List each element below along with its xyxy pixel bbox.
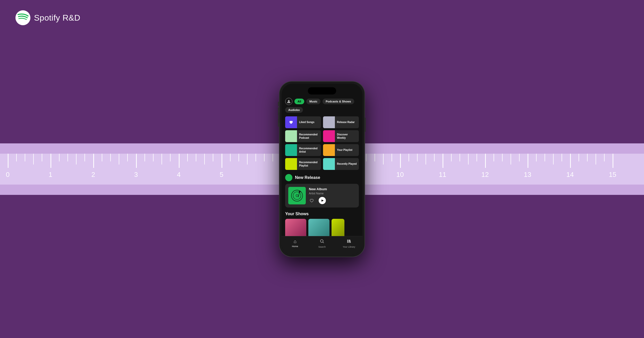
vinyl-icon [291,189,303,202]
album-actions: ▶ [309,197,356,204]
svg-rect-24 [153,154,154,161]
user-avatar[interactable] [285,98,292,105]
library-grid: Liked Songs Release Radar Recommended Po… [285,116,359,170]
svg-text:5: 5 [220,171,223,178]
svg-rect-79 [579,154,579,161]
svg-rect-18 [110,154,111,161]
library-icon [347,239,351,245]
nav-search[interactable]: Search [309,239,336,248]
filter-audiobooks[interactable]: Audiobo [285,107,303,113]
nav-library[interactable]: Your Library [335,239,362,248]
svg-rect-8 [42,154,42,161]
rec-podcast-label: Recommended Podcast [297,132,321,141]
svg-rect-75 [553,154,554,164]
like-button[interactable] [309,198,315,203]
home-icon: ⌂ [294,239,296,244]
svg-rect-20 [127,154,128,161]
nav-search-label: Search [318,246,326,248]
volume-up-button [278,107,279,115]
nav-home-label: Home [292,245,298,248]
grid-item-your-playlist[interactable]: Your Playlist [323,144,359,156]
play-button[interactable]: ▶ [319,197,326,204]
svg-rect-76 [562,154,562,161]
dynamic-island [308,87,336,94]
svg-rect-31 [204,154,205,164]
new-release-header: New Release [285,174,359,181]
svg-line-92 [323,242,324,243]
svg-point-88 [296,194,298,196]
grid-item-release-radar[interactable]: Release Radar [323,116,359,128]
svg-rect-25 [162,154,162,164]
svg-rect-69 [511,154,511,164]
svg-rect-58 [434,154,435,161]
liked-songs-label: Liked Songs [297,119,316,125]
nav-library-label: Your Library [343,246,355,248]
svg-rect-14 [84,154,85,161]
svg-rect-63 [468,154,469,164]
svg-rect-70 [519,154,520,161]
svg-rect-59 [443,154,443,168]
phone-screen: All Music Podcasts & Shows Audiobo Liked… [282,84,362,255]
svg-rect-68 [502,154,503,161]
svg-point-90 [299,191,300,192]
new-release-card[interactable]: New Album Artist Name ▶ [285,184,359,207]
screen-content: All Music Podcasts & Shows Audiobo Liked… [282,98,362,255]
grid-item-rec-playlist[interactable]: Recommended Playlist [285,158,321,170]
spotify-logo: Spotify R&D [15,10,80,25]
grid-item-discover-weekly[interactable]: Discover Weekly [323,130,359,142]
svg-rect-38 [273,154,273,161]
filter-music[interactable]: Music [306,99,320,104]
svg-rect-57 [426,154,426,164]
filter-podcasts[interactable]: Podcasts & Shows [323,99,354,104]
svg-rect-81 [596,154,596,164]
svg-text:12: 12 [481,171,489,178]
svg-rect-19 [119,154,119,164]
svg-rect-27 [222,154,222,168]
svg-text:14: 14 [566,171,574,178]
svg-rect-50 [375,154,375,161]
svg-rect-61 [451,154,452,161]
rec-artist-color [285,144,297,156]
rec-playlist-color [285,158,297,170]
svg-rect-11 [59,154,60,161]
svg-rect-53 [400,154,401,168]
header-row: All Music Podcasts & Shows Audiobo [285,98,359,113]
svg-rect-77 [570,154,571,168]
album-artist: Artist Name [309,192,356,195]
album-info: New Album Artist Name ▶ [309,187,356,204]
new-release-icon [285,174,292,181]
grid-item-liked-songs[interactable]: Liked Songs [285,116,321,128]
svg-rect-52 [392,154,392,161]
your-playlist-color [323,144,335,156]
svg-rect-83 [613,154,613,168]
svg-rect-73 [536,154,537,161]
svg-rect-51 [383,154,384,164]
phone-frame: All Music Podcasts & Shows Audiobo Liked… [279,82,365,257]
rec-artist-label: Recommended Artist [297,146,321,154]
release-radar-label: Release Radar [335,119,357,125]
brand-name: Spotify R&D [34,13,80,23]
grid-item-recently-played[interactable]: Recently Played [323,158,359,170]
svg-rect-55 [409,154,409,161]
svg-rect-65 [485,154,486,168]
liked-songs-color [285,116,297,128]
svg-point-91 [320,239,323,242]
svg-rect-17 [102,154,102,161]
grid-item-rec-artist[interactable]: Recommended Artist [285,144,321,156]
nav-home[interactable]: ⌂ Home [282,239,309,248]
release-radar-color [323,116,335,128]
svg-text:10: 10 [396,171,404,178]
svg-point-85 [288,100,290,101]
recently-played-color [323,158,335,170]
recently-played-label: Recently Played [335,161,359,167]
album-art [288,187,306,204]
svg-text:0: 0 [6,171,10,178]
svg-rect-13 [76,154,77,164]
svg-rect-93 [347,239,348,243]
svg-rect-29 [187,154,188,161]
svg-point-0 [15,10,30,25]
grid-item-rec-podcast[interactable]: Recommended Podcast [285,130,321,142]
filter-all[interactable]: All [294,99,304,104]
mute-button [278,102,279,106]
svg-rect-80 [587,154,588,161]
